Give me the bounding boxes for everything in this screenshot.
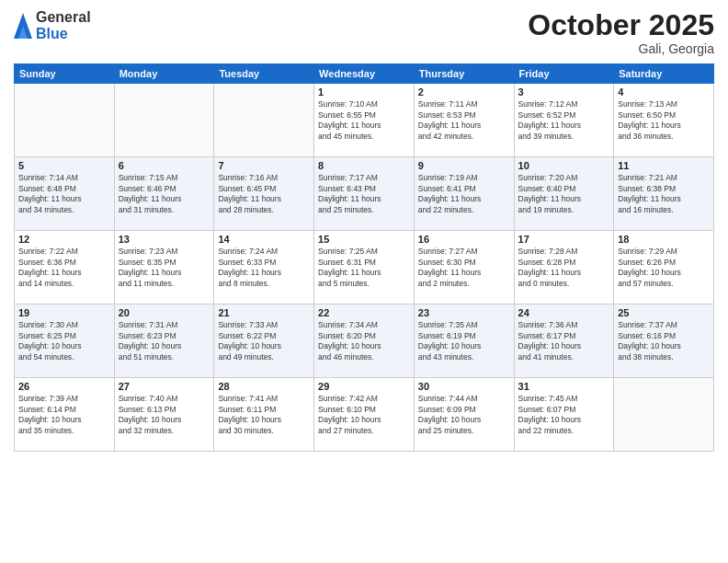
calendar-week-2: 5Sunrise: 7:14 AM Sunset: 6:48 PM Daylig… [15,157,714,231]
day-info: Sunrise: 7:12 AM Sunset: 6:52 PM Dayligh… [518,99,610,142]
month-title: October 2025 [528,9,714,41]
day-info: Sunrise: 7:23 AM Sunset: 6:35 PM Dayligh… [119,247,210,289]
col-wednesday: Wednesday [314,64,415,84]
day-number: 25 [618,307,710,318]
day-number: 4 [618,86,710,98]
calendar-cell: 18Sunrise: 7:29 AM Sunset: 6:26 PM Dayli… [614,231,714,304]
day-info: Sunrise: 7:24 AM Sunset: 6:33 PM Dayligh… [218,247,310,289]
calendar-table: Sunday Monday Tuesday Wednesday Thursday… [14,63,714,452]
day-number: 18 [618,234,710,245]
day-number: 20 [119,307,210,318]
day-info: Sunrise: 7:30 AM Sunset: 6:25 PM Dayligh… [18,320,110,362]
day-number: 26 [18,381,110,392]
day-number: 28 [218,381,310,392]
col-saturday: Saturday [614,64,714,84]
day-info: Sunrise: 7:39 AM Sunset: 6:14 PM Dayligh… [18,394,110,436]
calendar-cell: 24Sunrise: 7:36 AM Sunset: 6:17 PM Dayli… [514,304,614,378]
calendar-cell: 26Sunrise: 7:39 AM Sunset: 6:14 PM Dayli… [15,378,115,452]
day-number: 30 [418,381,510,392]
logo: General Blue [14,9,91,41]
day-number: 10 [518,160,610,171]
day-info: Sunrise: 7:37 AM Sunset: 6:16 PM Dayligh… [618,320,710,362]
day-number: 3 [518,86,610,98]
calendar-cell: 20Sunrise: 7:31 AM Sunset: 6:23 PM Dayli… [114,304,214,378]
day-number: 13 [119,234,210,245]
logo-icon [14,13,32,39]
col-monday: Monday [114,64,214,84]
col-tuesday: Tuesday [214,64,314,84]
day-number: 31 [518,381,610,392]
calendar-week-4: 19Sunrise: 7:30 AM Sunset: 6:25 PM Dayli… [15,304,714,378]
calendar-cell: 31Sunrise: 7:45 AM Sunset: 6:07 PM Dayli… [514,378,614,452]
logo-blue: Blue [36,26,91,42]
calendar-week-1: 1Sunrise: 7:10 AM Sunset: 6:55 PM Daylig… [15,84,714,157]
col-friday: Friday [514,64,614,84]
header: General Blue October 2025 Gali, Georgia [14,9,714,56]
day-info: Sunrise: 7:17 AM Sunset: 6:43 PM Dayligh… [318,173,410,215]
calendar-cell [15,84,115,157]
day-number: 29 [318,381,410,392]
calendar-week-3: 12Sunrise: 7:22 AM Sunset: 6:36 PM Dayli… [15,231,714,304]
calendar-cell: 4Sunrise: 7:13 AM Sunset: 6:50 PM Daylig… [614,84,714,157]
day-info: Sunrise: 7:10 AM Sunset: 6:55 PM Dayligh… [318,99,410,142]
calendar-cell: 16Sunrise: 7:27 AM Sunset: 6:30 PM Dayli… [414,231,514,304]
day-info: Sunrise: 7:41 AM Sunset: 6:11 PM Dayligh… [218,394,310,436]
calendar-cell [614,378,714,452]
day-info: Sunrise: 7:35 AM Sunset: 6:19 PM Dayligh… [418,320,510,362]
day-number: 12 [18,234,110,245]
calendar-cell: 25Sunrise: 7:37 AM Sunset: 6:16 PM Dayli… [614,304,714,378]
day-number: 14 [218,234,310,245]
calendar-cell: 13Sunrise: 7:23 AM Sunset: 6:35 PM Dayli… [114,231,214,304]
col-sunday: Sunday [15,64,115,84]
calendar-cell: 14Sunrise: 7:24 AM Sunset: 6:33 PM Dayli… [214,231,314,304]
day-number: 22 [318,307,410,318]
calendar-cell [214,84,314,157]
day-info: Sunrise: 7:29 AM Sunset: 6:26 PM Dayligh… [618,247,710,289]
day-info: Sunrise: 7:42 AM Sunset: 6:10 PM Dayligh… [318,394,410,436]
calendar-cell: 30Sunrise: 7:44 AM Sunset: 6:09 PM Dayli… [414,378,514,452]
day-info: Sunrise: 7:11 AM Sunset: 6:53 PM Dayligh… [418,99,510,142]
day-info: Sunrise: 7:31 AM Sunset: 6:23 PM Dayligh… [119,320,210,362]
calendar-cell: 17Sunrise: 7:28 AM Sunset: 6:28 PM Dayli… [514,231,614,304]
calendar-cell: 28Sunrise: 7:41 AM Sunset: 6:11 PM Dayli… [214,378,314,452]
day-info: Sunrise: 7:19 AM Sunset: 6:41 PM Dayligh… [418,173,510,215]
day-number: 1 [318,86,410,98]
day-info: Sunrise: 7:28 AM Sunset: 6:28 PM Dayligh… [518,247,610,289]
day-number: 21 [218,307,310,318]
calendar-cell: 3Sunrise: 7:12 AM Sunset: 6:52 PM Daylig… [514,84,614,157]
day-number: 27 [119,381,210,392]
day-info: Sunrise: 7:21 AM Sunset: 6:38 PM Dayligh… [618,173,710,215]
logo-general: General [36,9,91,26]
logo-text: General Blue [36,9,91,41]
header-row: Sunday Monday Tuesday Wednesday Thursday… [15,64,714,84]
day-number: 17 [518,234,610,245]
day-number: 5 [18,160,110,171]
calendar-cell: 29Sunrise: 7:42 AM Sunset: 6:10 PM Dayli… [314,378,415,452]
day-info: Sunrise: 7:36 AM Sunset: 6:17 PM Dayligh… [518,320,610,362]
day-info: Sunrise: 7:33 AM Sunset: 6:22 PM Dayligh… [218,320,310,362]
location: Gali, Georgia [528,41,714,56]
day-number: 11 [618,160,710,171]
calendar-cell: 11Sunrise: 7:21 AM Sunset: 6:38 PM Dayli… [614,157,714,231]
day-info: Sunrise: 7:13 AM Sunset: 6:50 PM Dayligh… [618,99,710,142]
day-info: Sunrise: 7:15 AM Sunset: 6:46 PM Dayligh… [119,173,210,215]
calendar-cell: 10Sunrise: 7:20 AM Sunset: 6:40 PM Dayli… [514,157,614,231]
calendar-week-5: 26Sunrise: 7:39 AM Sunset: 6:14 PM Dayli… [15,378,714,452]
day-number: 7 [218,160,310,171]
day-number: 16 [418,234,510,245]
day-info: Sunrise: 7:14 AM Sunset: 6:48 PM Dayligh… [18,173,110,215]
day-info: Sunrise: 7:22 AM Sunset: 6:36 PM Dayligh… [18,247,110,289]
page: General Blue October 2025 Gali, Georgia … [0,0,728,563]
col-thursday: Thursday [414,64,514,84]
calendar-cell: 8Sunrise: 7:17 AM Sunset: 6:43 PM Daylig… [314,157,415,231]
day-info: Sunrise: 7:34 AM Sunset: 6:20 PM Dayligh… [318,320,410,362]
day-number: 15 [318,234,410,245]
calendar-cell: 9Sunrise: 7:19 AM Sunset: 6:41 PM Daylig… [414,157,514,231]
calendar-cell: 23Sunrise: 7:35 AM Sunset: 6:19 PM Dayli… [414,304,514,378]
calendar-cell: 5Sunrise: 7:14 AM Sunset: 6:48 PM Daylig… [15,157,115,231]
day-info: Sunrise: 7:45 AM Sunset: 6:07 PM Dayligh… [518,394,610,436]
calendar-cell: 12Sunrise: 7:22 AM Sunset: 6:36 PM Dayli… [15,231,115,304]
calendar-cell: 15Sunrise: 7:25 AM Sunset: 6:31 PM Dayli… [314,231,415,304]
calendar-cell: 21Sunrise: 7:33 AM Sunset: 6:22 PM Dayli… [214,304,314,378]
calendar-cell: 19Sunrise: 7:30 AM Sunset: 6:25 PM Dayli… [15,304,115,378]
